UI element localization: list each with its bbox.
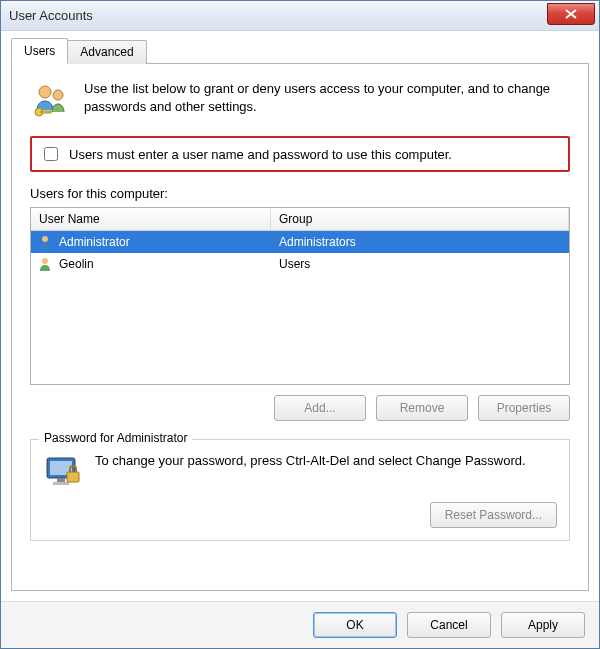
user-name: Administrator — [59, 235, 130, 249]
close-button[interactable] — [547, 3, 595, 25]
content-area: Users Advanced Use the list below to gra… — [1, 31, 599, 601]
tab-users[interactable]: Users — [11, 38, 68, 64]
tab-panel-users: Use the list below to grant or deny user… — [11, 63, 589, 591]
svg-point-1 — [53, 90, 63, 100]
reset-password-button[interactable]: Reset Password... — [430, 502, 557, 528]
svg-rect-8 — [57, 478, 65, 482]
user-name: Geolin — [59, 257, 94, 271]
intro-section: Use the list below to grant or deny user… — [30, 80, 570, 120]
require-login-label[interactable]: Users must enter a user name and passwor… — [69, 147, 452, 162]
require-login-highlight: Users must enter a user name and passwor… — [30, 136, 570, 172]
password-change-text: To change your password, press Ctrl-Alt-… — [95, 452, 557, 470]
svg-rect-9 — [53, 482, 69, 485]
properties-button[interactable]: Properties — [478, 395, 570, 421]
tabbar: Users Advanced — [11, 39, 589, 63]
user-list[interactable]: User Name Group Administrator Administra… — [30, 207, 570, 385]
remove-user-button[interactable]: Remove — [376, 395, 468, 421]
svg-point-0 — [39, 86, 51, 98]
column-username[interactable]: User Name — [31, 208, 271, 230]
user-group: Users — [271, 254, 569, 274]
add-user-button[interactable]: Add... — [274, 395, 366, 421]
titlebar[interactable]: User Accounts — [1, 1, 599, 31]
svg-point-4 — [42, 236, 48, 242]
user-group: Administrators — [271, 232, 569, 252]
tab-advanced[interactable]: Advanced — [67, 40, 146, 64]
apply-button[interactable]: Apply — [501, 612, 585, 638]
require-login-checkbox[interactable] — [44, 147, 58, 161]
users-keys-icon — [30, 80, 70, 120]
user-icon — [37, 256, 53, 272]
user-list-caption: Users for this computer: — [30, 186, 570, 201]
user-list-header[interactable]: User Name Group — [31, 208, 569, 231]
password-groupbox: Password for Administrator To change you… — [30, 439, 570, 541]
cancel-button[interactable]: Cancel — [407, 612, 491, 638]
dialog-footer: OK Cancel Apply — [1, 601, 599, 648]
svg-point-5 — [42, 258, 48, 264]
window-title: User Accounts — [9, 8, 547, 23]
monitor-lock-icon — [43, 452, 83, 492]
user-list-body: Administrator Administrators Geolin User… — [31, 231, 569, 275]
user-accounts-dialog: User Accounts Users Advanced — [0, 0, 600, 649]
close-icon — [565, 9, 577, 19]
svg-rect-10 — [67, 472, 79, 482]
svg-rect-3 — [41, 111, 51, 113]
password-group-legend: Password for Administrator — [39, 431, 192, 445]
ok-button[interactable]: OK — [313, 612, 397, 638]
user-row[interactable]: Geolin Users — [31, 253, 569, 275]
intro-text: Use the list below to grant or deny user… — [84, 80, 570, 115]
user-icon — [37, 234, 53, 250]
user-row[interactable]: Administrator Administrators — [31, 231, 569, 253]
user-buttons-row: Add... Remove Properties — [30, 395, 570, 421]
column-group[interactable]: Group — [271, 208, 569, 230]
